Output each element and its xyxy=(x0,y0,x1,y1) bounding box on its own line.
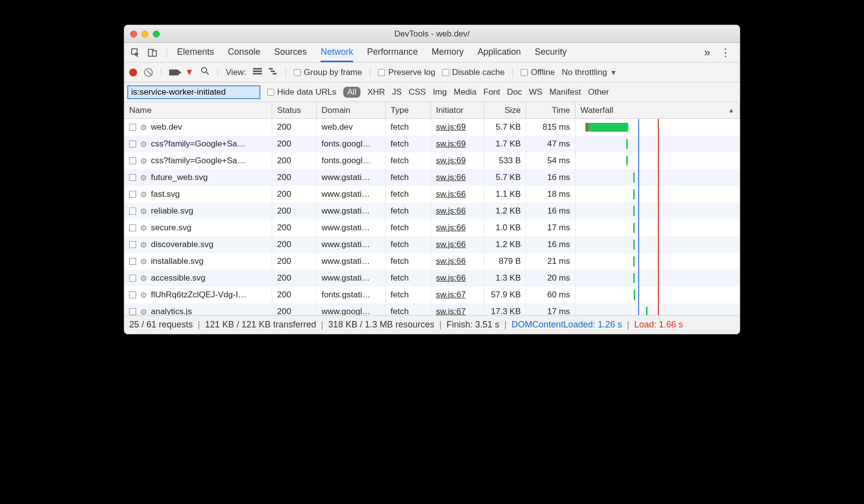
filter-icon[interactable]: ▼ xyxy=(185,67,194,77)
initiator-link[interactable]: sw.js:69 xyxy=(436,139,466,149)
col-type[interactable]: Type xyxy=(386,102,431,118)
tab-memory[interactable]: Memory xyxy=(432,43,464,62)
cell-status: 200 xyxy=(272,152,317,169)
initiator-link[interactable]: sw.js:66 xyxy=(436,223,466,233)
more-panels-icon[interactable]: » xyxy=(699,46,715,59)
search-icon[interactable] xyxy=(201,67,210,78)
row-checkbox[interactable] xyxy=(129,141,136,147)
settings-kebab-icon[interactable]: ⋮ xyxy=(715,46,736,59)
filter-type-other[interactable]: Other xyxy=(588,87,609,97)
col-initiator[interactable]: Initiator xyxy=(431,102,484,118)
load-marker xyxy=(658,219,659,236)
row-checkbox[interactable] xyxy=(129,124,136,131)
throttling-select[interactable]: No throttling ▼ xyxy=(562,68,617,77)
table-row[interactable]: ⚙fast.svg200www.gstati…fetchsw.js:661.1 … xyxy=(124,186,740,203)
table-row[interactable]: ⚙installable.svg200www.gstati…fetchsw.js… xyxy=(124,253,740,270)
initiator-link[interactable]: sw.js:66 xyxy=(436,173,466,182)
group-by-frame-checkbox[interactable]: Group by frame xyxy=(294,68,362,77)
col-status[interactable]: Status xyxy=(272,102,317,118)
tab-network[interactable]: Network xyxy=(321,43,353,62)
load-marker xyxy=(658,203,659,219)
disable-cache-label: Disable cache xyxy=(452,68,505,77)
row-checkbox[interactable] xyxy=(129,157,136,164)
waterfall-view-icon[interactable] xyxy=(269,67,278,77)
table-row[interactable]: ⚙accessible.svg200www.gstati…fetchsw.js:… xyxy=(124,270,740,287)
col-domain[interactable]: Domain xyxy=(317,102,386,118)
table-row[interactable]: ⚙analytics.js200www.googl…fetchsw.js:671… xyxy=(124,303,740,315)
status-load: Load: 1.66 s xyxy=(634,320,683,330)
cell-time: 17 ms xyxy=(526,219,576,236)
inspect-element-icon[interactable] xyxy=(130,47,141,58)
gear-icon: ⚙ xyxy=(140,223,147,233)
filter-type-manifest[interactable]: Manifest xyxy=(549,87,581,97)
tab-elements[interactable]: Elements xyxy=(177,43,214,62)
window-controls xyxy=(130,31,160,37)
request-name: flUhRq6tzZclQEJ-Vdg-I… xyxy=(151,290,247,300)
tab-performance[interactable]: Performance xyxy=(367,43,418,62)
filter-type-ws[interactable]: WS xyxy=(529,87,542,97)
table-row[interactable]: ⚙secure.svg200www.gstati…fetchsw.js:661.… xyxy=(124,219,740,236)
cell-domain: www.gstati… xyxy=(317,186,386,203)
initiator-link[interactable]: sw.js:69 xyxy=(436,122,466,132)
group-by-frame-label: Group by frame xyxy=(304,68,362,77)
initiator-link[interactable]: sw.js:66 xyxy=(436,273,466,283)
close-icon[interactable] xyxy=(130,31,137,37)
tab-console[interactable]: Console xyxy=(228,43,260,62)
device-toolbar-icon[interactable] xyxy=(147,47,158,58)
minimize-icon[interactable] xyxy=(142,31,148,37)
table-row[interactable]: ⚙future_web.svg200www.gstati…fetchsw.js:… xyxy=(124,169,740,186)
zoom-icon[interactable] xyxy=(153,31,160,37)
cell-size: 17.3 KB xyxy=(484,303,526,315)
row-checkbox[interactable] xyxy=(129,208,136,215)
clear-button[interactable] xyxy=(144,68,153,77)
row-checkbox[interactable] xyxy=(129,291,136,298)
record-button[interactable] xyxy=(129,69,137,76)
table-row[interactable]: ⚙web.dev200web.devfetchsw.js:695.7 KB815… xyxy=(124,119,740,136)
table-row[interactable]: ⚙reliable.svg200www.gstati…fetchsw.js:66… xyxy=(124,203,740,219)
filter-type-xhr[interactable]: XHR xyxy=(367,87,385,97)
row-checkbox[interactable] xyxy=(129,241,136,248)
waterfall-bar xyxy=(633,256,635,266)
col-name[interactable]: Name xyxy=(124,102,272,118)
cell-waterfall xyxy=(576,186,740,203)
capture-screenshots-icon[interactable] xyxy=(169,70,178,75)
filter-type-media[interactable]: Media xyxy=(454,87,476,97)
cell-type: fetch xyxy=(386,270,431,287)
cell-domain: www.googl… xyxy=(317,303,386,315)
row-checkbox[interactable] xyxy=(129,275,136,282)
filter-input[interactable] xyxy=(127,85,260,99)
table-row[interactable]: ⚙css?family=Google+Sa…200fonts.googl…fet… xyxy=(124,136,740,152)
initiator-link[interactable]: sw.js:69 xyxy=(436,156,466,166)
row-checkbox[interactable] xyxy=(129,258,136,265)
disable-cache-checkbox[interactable]: Disable cache xyxy=(442,68,505,77)
filter-type-doc[interactable]: Doc xyxy=(507,87,522,97)
table-row[interactable]: ⚙flUhRq6tzZclQEJ-Vdg-I…200fonts.gstati…f… xyxy=(124,287,740,303)
row-checkbox[interactable] xyxy=(129,191,136,198)
tab-security[interactable]: Security xyxy=(535,43,567,62)
filter-type-js[interactable]: JS xyxy=(392,87,402,97)
filter-type-css[interactable]: CSS xyxy=(409,87,426,97)
offline-checkbox[interactable]: Offline xyxy=(521,68,555,77)
col-size[interactable]: Size xyxy=(484,102,526,118)
filter-type-all[interactable]: All xyxy=(343,87,360,98)
row-checkbox[interactable] xyxy=(129,174,136,181)
initiator-link[interactable]: sw.js:66 xyxy=(436,240,466,250)
initiator-link[interactable]: sw.js:66 xyxy=(436,189,466,199)
initiator-link[interactable]: sw.js:67 xyxy=(436,290,466,300)
filter-type-img[interactable]: Img xyxy=(433,87,447,97)
table-row[interactable]: ⚙css?family=Google+Sa…200fonts.googl…fet… xyxy=(124,152,740,169)
filter-type-font[interactable]: Font xyxy=(483,87,500,97)
tab-application[interactable]: Application xyxy=(477,43,521,62)
initiator-link[interactable]: sw.js:66 xyxy=(436,256,466,266)
initiator-link[interactable]: sw.js:67 xyxy=(436,307,466,315)
preserve-log-checkbox[interactable]: Preserve log xyxy=(378,68,435,77)
row-checkbox[interactable] xyxy=(129,308,136,315)
initiator-link[interactable]: sw.js:66 xyxy=(436,206,466,216)
table-row[interactable]: ⚙discoverable.svg200www.gstati…fetchsw.j… xyxy=(124,236,740,253)
large-rows-icon[interactable] xyxy=(253,67,262,77)
tab-sources[interactable]: Sources xyxy=(274,43,307,62)
row-checkbox[interactable] xyxy=(129,224,136,231)
col-time[interactable]: Time xyxy=(526,102,576,118)
col-waterfall[interactable]: Waterfall xyxy=(576,102,740,118)
hide-data-urls-checkbox[interactable]: Hide data URLs xyxy=(267,87,336,97)
